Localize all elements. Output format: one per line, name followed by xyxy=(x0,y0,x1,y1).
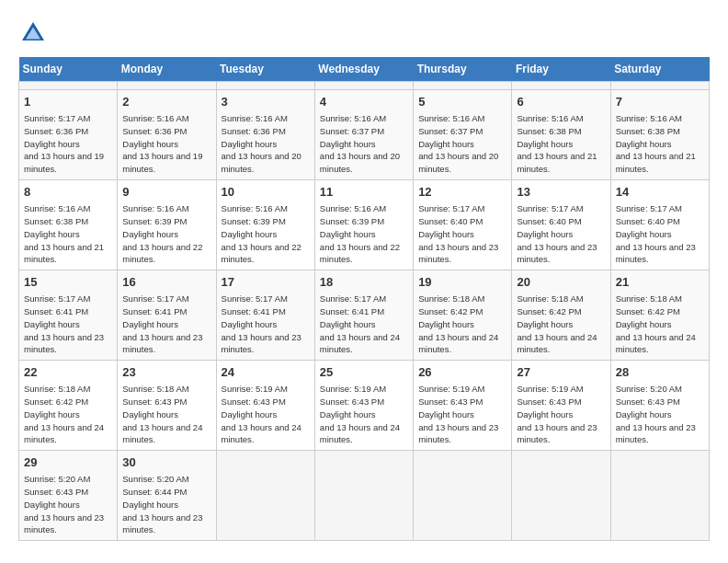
calendar-cell: 30Sunrise: 5:20 AMSunset: 6:44 PMDayligh… xyxy=(118,451,216,541)
day-info: Sunrise: 5:17 AMSunset: 6:41 PMDaylight … xyxy=(24,293,112,356)
calendar-cell xyxy=(610,451,709,541)
day-info: Sunrise: 5:17 AMSunset: 6:40 PMDaylight … xyxy=(616,202,704,266)
day-header-monday: Monday xyxy=(118,57,216,82)
day-header-wednesday: Wednesday xyxy=(314,57,413,82)
logo xyxy=(18,18,53,48)
day-info: Sunrise: 5:19 AMSunset: 6:43 PMDaylight … xyxy=(418,383,506,446)
day-number: 21 xyxy=(616,274,704,291)
day-number: 18 xyxy=(320,274,408,291)
day-info: Sunrise: 5:16 AMSunset: 6:39 PMDaylight … xyxy=(320,202,408,266)
day-number: 26 xyxy=(418,364,506,381)
day-number: 24 xyxy=(222,364,310,381)
day-header-thursday: Thursday xyxy=(414,57,512,82)
calendar-cell: 28Sunrise: 5:20 AMSunset: 6:43 PMDayligh… xyxy=(610,361,709,451)
calendar-cell xyxy=(216,451,314,541)
day-info: Sunrise: 5:16 AMSunset: 6:39 PMDaylight … xyxy=(122,202,210,266)
day-number: 4 xyxy=(320,94,408,110)
day-header-saturday: Saturday xyxy=(610,57,709,82)
calendar-cell: 6Sunrise: 5:16 AMSunset: 6:38 PMDaylight… xyxy=(512,90,610,180)
day-number: 6 xyxy=(517,94,605,110)
day-number: 9 xyxy=(122,184,210,201)
day-number: 10 xyxy=(222,184,310,201)
calendar-cell: 21Sunrise: 5:18 AMSunset: 6:42 PMDayligh… xyxy=(610,270,709,361)
day-number: 30 xyxy=(122,454,210,471)
calendar-cell xyxy=(19,82,118,90)
calendar-cell xyxy=(314,82,413,90)
day-header-tuesday: Tuesday xyxy=(216,57,314,82)
calendar-cell: 10Sunrise: 5:16 AMSunset: 6:39 PMDayligh… xyxy=(216,180,314,270)
calendar-week-2: 1Sunrise: 5:17 AMSunset: 6:36 PMDaylight… xyxy=(19,90,710,180)
day-number: 25 xyxy=(320,364,408,381)
day-number: 20 xyxy=(517,274,605,291)
day-info: Sunrise: 5:16 AMSunset: 6:37 PMDaylight … xyxy=(418,112,506,176)
calendar-cell: 15Sunrise: 5:17 AMSunset: 6:41 PMDayligh… xyxy=(19,270,118,361)
calendar-cell: 18Sunrise: 5:17 AMSunset: 6:41 PMDayligh… xyxy=(314,270,413,361)
day-info: Sunrise: 5:19 AMSunset: 6:43 PMDaylight … xyxy=(320,383,408,446)
page-header xyxy=(18,18,710,48)
calendar-cell: 29Sunrise: 5:20 AMSunset: 6:43 PMDayligh… xyxy=(19,451,118,541)
day-number: 13 xyxy=(517,184,605,201)
day-info: Sunrise: 5:17 AMSunset: 6:36 PMDaylight … xyxy=(24,112,112,176)
day-number: 3 xyxy=(222,94,310,110)
calendar-cell: 22Sunrise: 5:18 AMSunset: 6:42 PMDayligh… xyxy=(19,361,118,451)
calendar-cell: 12Sunrise: 5:17 AMSunset: 6:40 PMDayligh… xyxy=(414,180,512,270)
day-info: Sunrise: 5:17 AMSunset: 6:40 PMDaylight … xyxy=(418,202,506,266)
day-number: 16 xyxy=(122,274,210,291)
calendar-week-1 xyxy=(19,82,710,90)
day-number: 22 xyxy=(24,364,112,381)
day-info: Sunrise: 5:18 AMSunset: 6:42 PMDaylight … xyxy=(517,293,605,356)
calendar-cell: 9Sunrise: 5:16 AMSunset: 6:39 PMDaylight… xyxy=(118,180,216,270)
day-number: 2 xyxy=(122,94,210,110)
calendar-cell: 16Sunrise: 5:17 AMSunset: 6:41 PMDayligh… xyxy=(118,270,216,361)
calendar-week-5: 22Sunrise: 5:18 AMSunset: 6:42 PMDayligh… xyxy=(19,361,710,451)
calendar-cell: 4Sunrise: 5:16 AMSunset: 6:37 PMDaylight… xyxy=(314,90,413,180)
calendar-cell xyxy=(314,451,413,541)
day-info: Sunrise: 5:16 AMSunset: 6:37 PMDaylight … xyxy=(320,112,408,176)
calendar-cell xyxy=(414,451,512,541)
calendar-cell: 3Sunrise: 5:16 AMSunset: 6:36 PMDaylight… xyxy=(216,90,314,180)
day-number: 5 xyxy=(418,94,506,110)
calendar-cell xyxy=(216,82,314,90)
calendar-cell: 26Sunrise: 5:19 AMSunset: 6:43 PMDayligh… xyxy=(414,361,512,451)
day-number: 17 xyxy=(222,274,310,291)
calendar-cell: 7Sunrise: 5:16 AMSunset: 6:38 PMDaylight… xyxy=(610,90,709,180)
day-info: Sunrise: 5:20 AMSunset: 6:43 PMDaylight … xyxy=(24,473,112,536)
day-info: Sunrise: 5:17 AMSunset: 6:41 PMDaylight … xyxy=(122,293,210,356)
calendar-table: SundayMondayTuesdayWednesdayThursdayFrid… xyxy=(18,57,710,541)
day-info: Sunrise: 5:17 AMSunset: 6:41 PMDaylight … xyxy=(222,293,310,356)
day-number: 28 xyxy=(616,364,704,381)
day-number: 12 xyxy=(418,184,506,201)
day-number: 29 xyxy=(24,454,112,471)
day-info: Sunrise: 5:18 AMSunset: 6:43 PMDaylight … xyxy=(122,383,210,446)
calendar-cell xyxy=(512,82,610,90)
calendar-cell: 8Sunrise: 5:16 AMSunset: 6:38 PMDaylight… xyxy=(19,180,118,270)
day-info: Sunrise: 5:20 AMSunset: 6:44 PMDaylight … xyxy=(122,473,210,536)
day-number: 27 xyxy=(517,364,605,381)
calendar-cell: 19Sunrise: 5:18 AMSunset: 6:42 PMDayligh… xyxy=(414,270,512,361)
day-info: Sunrise: 5:17 AMSunset: 6:41 PMDaylight … xyxy=(320,293,408,356)
day-info: Sunrise: 5:18 AMSunset: 6:42 PMDaylight … xyxy=(418,293,506,356)
calendar-cell: 24Sunrise: 5:19 AMSunset: 6:43 PMDayligh… xyxy=(216,361,314,451)
calendar-cell: 17Sunrise: 5:17 AMSunset: 6:41 PMDayligh… xyxy=(216,270,314,361)
day-number: 1 xyxy=(24,94,112,110)
day-info: Sunrise: 5:16 AMSunset: 6:36 PMDaylight … xyxy=(122,112,210,176)
day-info: Sunrise: 5:16 AMSunset: 6:36 PMDaylight … xyxy=(222,112,310,176)
calendar-cell: 2Sunrise: 5:16 AMSunset: 6:36 PMDaylight… xyxy=(118,90,216,180)
day-info: Sunrise: 5:19 AMSunset: 6:43 PMDaylight … xyxy=(517,383,605,446)
day-number: 19 xyxy=(418,274,506,291)
calendar-cell: 13Sunrise: 5:17 AMSunset: 6:40 PMDayligh… xyxy=(512,180,610,270)
calendar-cell: 11Sunrise: 5:16 AMSunset: 6:39 PMDayligh… xyxy=(314,180,413,270)
calendar-week-4: 15Sunrise: 5:17 AMSunset: 6:41 PMDayligh… xyxy=(19,270,710,361)
calendar-cell xyxy=(610,82,709,90)
calendar-cell: 5Sunrise: 5:16 AMSunset: 6:37 PMDaylight… xyxy=(414,90,512,180)
day-number: 14 xyxy=(616,184,704,201)
calendar-cell: 23Sunrise: 5:18 AMSunset: 6:43 PMDayligh… xyxy=(118,361,216,451)
calendar-cell: 14Sunrise: 5:17 AMSunset: 6:40 PMDayligh… xyxy=(610,180,709,270)
day-info: Sunrise: 5:16 AMSunset: 6:38 PMDaylight … xyxy=(24,202,112,266)
day-number: 8 xyxy=(24,184,112,201)
day-info: Sunrise: 5:18 AMSunset: 6:42 PMDaylight … xyxy=(24,383,112,446)
calendar-cell: 20Sunrise: 5:18 AMSunset: 6:42 PMDayligh… xyxy=(512,270,610,361)
calendar-cell: 1Sunrise: 5:17 AMSunset: 6:36 PMDaylight… xyxy=(19,90,118,180)
day-info: Sunrise: 5:17 AMSunset: 6:40 PMDaylight … xyxy=(517,202,605,266)
calendar-week-6: 29Sunrise: 5:20 AMSunset: 6:43 PMDayligh… xyxy=(19,451,710,541)
